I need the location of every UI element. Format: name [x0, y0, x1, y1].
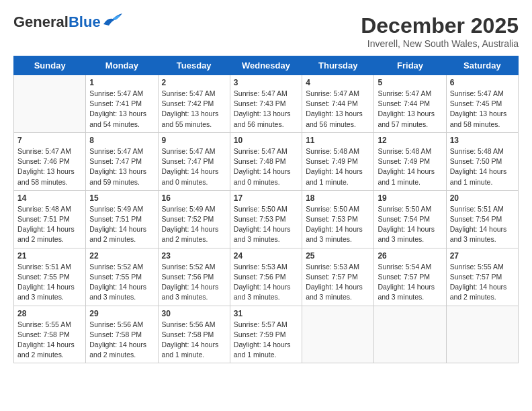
day-info: Sunrise: 5:48 AMSunset: 7:50 PMDaylight:…: [450, 146, 515, 187]
day-info: Sunrise: 5:47 AMSunset: 7:42 PMDaylight:…: [162, 89, 226, 130]
calendar-cell: 21Sunrise: 5:51 AMSunset: 7:55 PMDayligh…: [14, 248, 86, 306]
calendar-cell: 28Sunrise: 5:55 AMSunset: 7:58 PMDayligh…: [14, 306, 86, 363]
day-number: 5: [378, 78, 442, 87]
day-number: 17: [234, 193, 298, 203]
weekday-header-friday: Friday: [374, 56, 446, 75]
day-info: Sunrise: 5:50 AMSunset: 7:54 PMDaylight:…: [378, 204, 442, 245]
calendar-cell: [374, 306, 446, 363]
logo-bird-icon: [102, 12, 124, 27]
day-number: 4: [306, 78, 370, 87]
week-row-2: 7Sunrise: 5:47 AMSunset: 7:46 PMDaylight…: [14, 132, 519, 190]
day-number: 13: [450, 136, 515, 145]
day-number: 28: [17, 309, 82, 318]
day-number: 30: [162, 309, 226, 318]
week-row-3: 14Sunrise: 5:48 AMSunset: 7:51 PMDayligh…: [14, 190, 519, 248]
day-number: 2: [162, 78, 226, 87]
day-info: Sunrise: 5:47 AMSunset: 7:48 PMDaylight:…: [234, 146, 298, 187]
day-info: Sunrise: 5:50 AMSunset: 7:53 PMDaylight:…: [306, 204, 370, 245]
day-number: 31: [234, 309, 298, 318]
logo-blue: Blue: [69, 13, 101, 30]
calendar-cell: 2Sunrise: 5:47 AMSunset: 7:42 PMDaylight…: [158, 75, 230, 133]
page-header: GeneralBlue December 2025 Inverell, New …: [13, 13, 519, 49]
day-number: 26: [378, 251, 442, 261]
calendar-cell: [302, 306, 374, 363]
calendar-cell: 29Sunrise: 5:56 AMSunset: 7:58 PMDayligh…: [86, 306, 158, 363]
day-number: 14: [17, 193, 82, 203]
calendar-cell: 24Sunrise: 5:53 AMSunset: 7:56 PMDayligh…: [230, 248, 302, 306]
day-info: Sunrise: 5:47 AMSunset: 7:44 PMDaylight:…: [306, 89, 370, 130]
day-number: 8: [89, 136, 154, 145]
day-number: 22: [89, 251, 154, 261]
day-info: Sunrise: 5:56 AMSunset: 7:58 PMDaylight:…: [162, 320, 226, 361]
day-info: Sunrise: 5:52 AMSunset: 7:55 PMDaylight:…: [89, 262, 154, 303]
weekday-header-sunday: Sunday: [14, 56, 86, 75]
calendar-cell: 22Sunrise: 5:52 AMSunset: 7:55 PMDayligh…: [86, 248, 158, 306]
day-info: Sunrise: 5:48 AMSunset: 7:49 PMDaylight:…: [306, 146, 370, 187]
day-number: 6: [450, 78, 515, 87]
day-info: Sunrise: 5:48 AMSunset: 7:49 PMDaylight:…: [378, 146, 442, 187]
day-info: Sunrise: 5:54 AMSunset: 7:57 PMDaylight:…: [378, 262, 442, 303]
day-info: Sunrise: 5:48 AMSunset: 7:51 PMDaylight:…: [17, 204, 82, 245]
day-number: 19: [378, 193, 442, 203]
day-info: Sunrise: 5:47 AMSunset: 7:43 PMDaylight:…: [234, 89, 298, 130]
day-number: 11: [306, 136, 370, 145]
calendar-cell: 17Sunrise: 5:50 AMSunset: 7:53 PMDayligh…: [230, 190, 302, 248]
week-row-4: 21Sunrise: 5:51 AMSunset: 7:55 PMDayligh…: [14, 248, 519, 306]
calendar-cell: 20Sunrise: 5:51 AMSunset: 7:54 PMDayligh…: [446, 190, 518, 248]
day-number: 9: [162, 136, 226, 145]
day-info: Sunrise: 5:55 AMSunset: 7:58 PMDaylight:…: [17, 320, 82, 361]
calendar-cell: 27Sunrise: 5:55 AMSunset: 7:57 PMDayligh…: [446, 248, 518, 306]
calendar-cell: 8Sunrise: 5:47 AMSunset: 7:47 PMDaylight…: [86, 132, 158, 190]
calendar-cell: 19Sunrise: 5:50 AMSunset: 7:54 PMDayligh…: [374, 190, 446, 248]
calendar-cell: 25Sunrise: 5:53 AMSunset: 7:57 PMDayligh…: [302, 248, 374, 306]
day-number: 15: [89, 193, 154, 203]
day-number: 20: [450, 193, 515, 203]
day-info: Sunrise: 5:57 AMSunset: 7:59 PMDaylight:…: [234, 320, 298, 361]
day-info: Sunrise: 5:53 AMSunset: 7:56 PMDaylight:…: [234, 262, 298, 303]
logo: GeneralBlue: [13, 13, 124, 31]
calendar-cell: 14Sunrise: 5:48 AMSunset: 7:51 PMDayligh…: [14, 190, 86, 248]
day-number: 10: [234, 136, 298, 145]
weekday-header-tuesday: Tuesday: [158, 56, 230, 75]
day-number: 12: [378, 136, 442, 145]
day-info: Sunrise: 5:47 AMSunset: 7:44 PMDaylight:…: [378, 89, 442, 130]
calendar-cell: 18Sunrise: 5:50 AMSunset: 7:53 PMDayligh…: [302, 190, 374, 248]
calendar-cell: 6Sunrise: 5:47 AMSunset: 7:45 PMDaylight…: [446, 75, 518, 133]
calendar-cell: 26Sunrise: 5:54 AMSunset: 7:57 PMDayligh…: [374, 248, 446, 306]
calendar-cell: 30Sunrise: 5:56 AMSunset: 7:58 PMDayligh…: [158, 306, 230, 363]
weekday-header-thursday: Thursday: [302, 56, 374, 75]
calendar-cell: 13Sunrise: 5:48 AMSunset: 7:50 PMDayligh…: [446, 132, 518, 190]
day-info: Sunrise: 5:52 AMSunset: 7:56 PMDaylight:…: [162, 262, 226, 303]
month-title: December 2025: [361, 13, 519, 38]
day-number: 3: [234, 78, 298, 87]
day-info: Sunrise: 5:53 AMSunset: 7:57 PMDaylight:…: [306, 262, 370, 303]
calendar-cell: 23Sunrise: 5:52 AMSunset: 7:56 PMDayligh…: [158, 248, 230, 306]
day-number: 21: [17, 251, 82, 261]
weekday-header-monday: Monday: [86, 56, 158, 75]
day-info: Sunrise: 5:47 AMSunset: 7:47 PMDaylight:…: [162, 146, 226, 187]
calendar-table: SundayMondayTuesdayWednesdayThursdayFrid…: [13, 56, 519, 363]
day-info: Sunrise: 5:49 AMSunset: 7:52 PMDaylight:…: [162, 204, 226, 245]
location-subtitle: Inverell, New South Wales, Australia: [361, 38, 519, 49]
day-number: 27: [450, 251, 515, 261]
day-info: Sunrise: 5:56 AMSunset: 7:58 PMDaylight:…: [89, 320, 154, 361]
logo-general: GeneralBlue: [13, 13, 101, 31]
day-number: 7: [17, 136, 82, 145]
day-info: Sunrise: 5:51 AMSunset: 7:54 PMDaylight:…: [450, 204, 515, 245]
calendar-cell: 4Sunrise: 5:47 AMSunset: 7:44 PMDaylight…: [302, 75, 374, 133]
day-number: 23: [162, 251, 226, 261]
calendar-cell: 12Sunrise: 5:48 AMSunset: 7:49 PMDayligh…: [374, 132, 446, 190]
calendar-cell: 16Sunrise: 5:49 AMSunset: 7:52 PMDayligh…: [158, 190, 230, 248]
week-row-5: 28Sunrise: 5:55 AMSunset: 7:58 PMDayligh…: [14, 306, 519, 363]
day-number: 18: [306, 193, 370, 203]
calendar-cell: 7Sunrise: 5:47 AMSunset: 7:46 PMDaylight…: [14, 132, 86, 190]
calendar-cell: 11Sunrise: 5:48 AMSunset: 7:49 PMDayligh…: [302, 132, 374, 190]
day-number: 29: [89, 309, 154, 318]
title-block: December 2025 Inverell, New South Wales,…: [361, 13, 519, 49]
day-info: Sunrise: 5:47 AMSunset: 7:47 PMDaylight:…: [89, 146, 154, 187]
calendar-cell: 5Sunrise: 5:47 AMSunset: 7:44 PMDaylight…: [374, 75, 446, 133]
calendar-cell: 15Sunrise: 5:49 AMSunset: 7:51 PMDayligh…: [86, 190, 158, 248]
week-row-1: 1Sunrise: 5:47 AMSunset: 7:41 PMDaylight…: [14, 75, 519, 133]
day-info: Sunrise: 5:55 AMSunset: 7:57 PMDaylight:…: [450, 262, 515, 303]
calendar-cell: [14, 75, 86, 133]
